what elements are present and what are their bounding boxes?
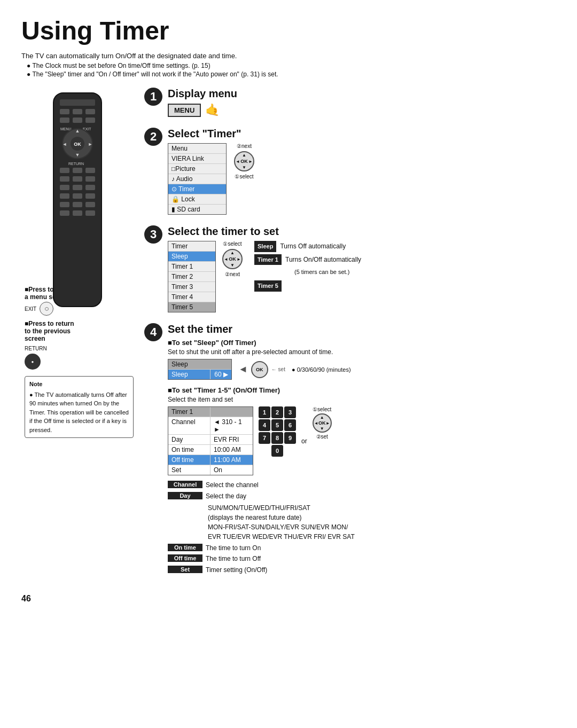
step-3-next-label: ②next (225, 271, 240, 277)
timer-item-1: Timer 1 (168, 262, 215, 272)
svg-rect-1 (60, 99, 95, 106)
svg-rect-22 (73, 176, 82, 182)
note-text: ● The TV automatically turns Off after 9… (29, 390, 129, 435)
menu-item-lock: 🔒 Lock (168, 194, 226, 205)
svg-text:OK: OK (74, 142, 81, 147)
return-label-text: RETURN (25, 346, 47, 351)
svg-text:►: ► (88, 142, 93, 147)
svg-rect-28 (73, 193, 82, 199)
bottom-info: Channel Select the channel Day Select th… (168, 481, 556, 575)
timer1-set-label: Set (168, 465, 210, 475)
numpad-wrap: 1 2 3 4 5 6 7 8 9 0 (259, 406, 296, 457)
step-3-title: Select the timer to set (168, 225, 556, 238)
timer1-nav: ①select ▲ ▼ ◄ ► OK ②set (313, 406, 332, 440)
timer-item-timer: Timer (168, 241, 215, 252)
sleep-section-title: ■To set "Sleep" (Off Timer) (168, 339, 556, 347)
step-2-nav: ②next ▲ ▼ ◄ ► OK ①select (234, 143, 254, 179)
svg-text:▼: ▼ (75, 152, 80, 158)
ok-circle-step3[interactable]: ▲ ▼ ◄ ► OK (222, 249, 243, 269)
num-2[interactable]: 2 (271, 406, 283, 418)
timer1-channel-val: ◄ 310 - 1 ► (210, 417, 253, 434)
sleep-nav: ◄ OK ← set (238, 361, 285, 378)
num-8[interactable]: 8 (271, 432, 283, 444)
timer-item-4: Timer 4 (168, 292, 215, 302)
offtime-desc: The time to turn Off (206, 554, 261, 563)
menu-item-audio: ♪ Audio (168, 174, 226, 184)
info-ontime: On time The time to turn On (168, 544, 556, 553)
step-3-timer-list: Timer Sleep Timer 1 Timer 2 Timer 3 Time… (168, 241, 216, 312)
timer-item-2: Timer 2 (168, 272, 215, 282)
remote-control: MENU EXIT OK ▲ ▼ ◄ ► RETURN (43, 88, 112, 314)
num-5[interactable]: 5 (271, 419, 283, 431)
menu-item-viera: VIERA Link (168, 154, 226, 164)
svg-rect-4 (85, 109, 95, 114)
svg-rect-34 (73, 210, 82, 216)
menu-hand-icon: 🤙 (205, 103, 220, 117)
channel-badge: Channel (168, 481, 202, 488)
set-label-sleep: ← set (271, 366, 285, 372)
svg-rect-23 (85, 176, 95, 182)
svg-rect-0 (53, 93, 102, 307)
menu-button-display: MENU (168, 104, 201, 117)
svg-rect-3 (73, 109, 82, 114)
step-1-circle: 1 (144, 88, 162, 106)
step-2-select-label: ①select (235, 174, 253, 179)
ok-sleep[interactable]: OK (251, 361, 268, 378)
svg-rect-7 (85, 118, 95, 123)
step-2-title: Select "Timer" (168, 128, 556, 140)
svg-rect-30 (60, 202, 69, 207)
set-badge: Set (168, 566, 202, 573)
num-9[interactable]: 9 (284, 432, 296, 444)
timer15-desc: Select the item and set (168, 396, 556, 403)
num-7[interactable]: 7 (259, 432, 270, 444)
num-4[interactable]: 4 (259, 419, 270, 431)
set-desc: Timer setting (On/Off) (206, 566, 267, 575)
timer1-day-val: EVR FRI (210, 435, 253, 444)
timer1-day-label: Day (168, 435, 210, 444)
menu-item-menu: Menu (168, 144, 226, 154)
step-2-next-label: ②next (237, 143, 252, 149)
timer1-channel-label: Channel (168, 417, 210, 434)
sleep-badge: Sleep (254, 241, 276, 252)
channel-desc: Select the channel (206, 481, 259, 490)
ok-timer1[interactable]: ▲ ▼ ◄ ► OK (313, 413, 332, 433)
svg-rect-21 (60, 176, 69, 182)
num-6[interactable]: 6 (284, 419, 296, 431)
menu-item-picture: □Picture (168, 164, 226, 174)
sleep-desc: Turns Off automatically (280, 242, 346, 250)
timer1-offtime-val: 11:00 AM (210, 455, 253, 465)
sleep-table: Sleep Sleep 60 ▶ (168, 359, 232, 380)
timer1-offtime-label: Off time (168, 455, 210, 465)
num-1[interactable]: 1 (259, 406, 270, 418)
svg-rect-26 (85, 185, 95, 190)
step-3-block: 3 Select the timer to set Timer Sleep Ti… (144, 225, 556, 312)
svg-rect-20 (85, 168, 95, 173)
svg-rect-24 (60, 185, 69, 190)
info-offtime: Off time The time to turn Off (168, 554, 556, 563)
note-title: Note (29, 380, 129, 389)
step-1-block: 1 Display menu MENU 🤙 (144, 88, 556, 117)
numpad: 1 2 3 4 5 6 7 8 9 0 (259, 406, 296, 457)
num-3[interactable]: 3 (284, 406, 296, 418)
menu-button-label: MENU (174, 106, 194, 114)
return-button[interactable]: ● (25, 354, 41, 370)
timer1-header-val (210, 407, 253, 417)
svg-rect-32 (85, 202, 95, 207)
step-4-title: Set the timer (168, 323, 556, 335)
step-3-select-label: ①select (223, 241, 241, 247)
num-0[interactable]: 0 (271, 445, 283, 457)
timer1-header: Timer 1 (168, 407, 210, 417)
sleep-table-header: Sleep (168, 359, 231, 369)
ontime-desc: The time to turn On (206, 544, 261, 553)
step-2-circle: 2 (144, 128, 162, 146)
svg-rect-18 (60, 168, 69, 173)
timer1-note: (5 timers can be set.) (294, 267, 361, 277)
day-details: SUN/MON/TUE/WED/THU/FRI/SAT (displays th… (208, 503, 556, 542)
left-arrow-sleep: ◄ (238, 364, 248, 375)
intro-main: The TV can automatically turn On/Off at … (21, 52, 556, 60)
ok-circle-step2[interactable]: ▲ ▼ ◄ ► OK (234, 151, 254, 171)
step-2-block: 2 Select "Timer" Menu VIERA Link □Pictur… (144, 128, 556, 215)
timer15-title: ■To set "Timer 1-5" (On/Off Timer) (168, 386, 556, 394)
sleep-section-desc: Set to shut the unit off after a pre-sel… (168, 348, 556, 356)
step-3-nav: ①select ▲ ▼ ◄ ► OK ②next (222, 241, 243, 277)
